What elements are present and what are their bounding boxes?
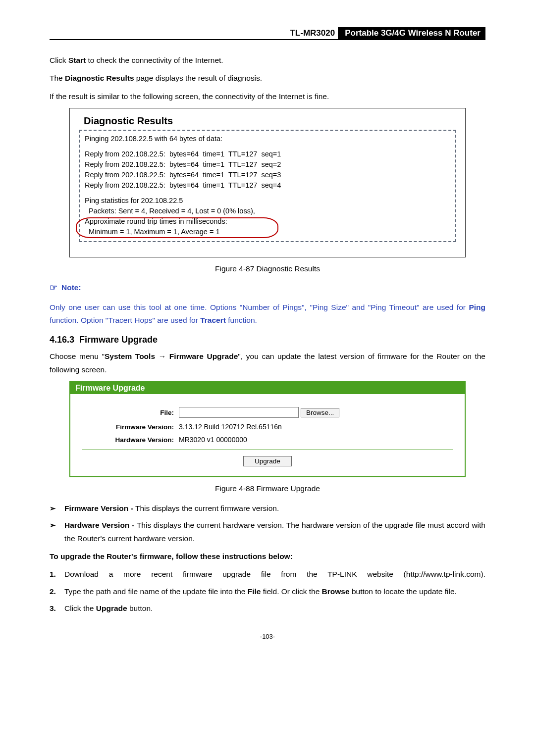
text: to check the connectivity of the Interne… (86, 56, 223, 64)
text: Click the (64, 604, 96, 612)
text-bold: Start (68, 56, 86, 64)
firmware-version-label: Firmware Version: (82, 423, 179, 431)
hardware-version-value: MR3020 v1 00000000 (179, 436, 247, 444)
note-heading: ☞ Note: (50, 282, 485, 293)
step-number: 3. (50, 602, 64, 615)
note-label: Note: (61, 283, 81, 292)
intro-p3: If the result is similar to the followin… (50, 90, 485, 103)
intro-p2: The Diagnostic Results page displays the… (50, 72, 485, 85)
text-bold: Tracert (200, 316, 226, 324)
firmware-upgrade-panel: Firmware Upgrade File: Browse... Firmwar… (69, 381, 466, 477)
ping-line: Reply from 202.108.22.5: bytes=64 time=1… (85, 170, 450, 180)
text: Click (50, 56, 68, 64)
diagnostic-title: Diagnostic Results (84, 115, 456, 127)
text: field. Or click the (261, 587, 321, 596)
text: button. (127, 604, 153, 612)
firmware-intro: Choose menu "System Tools → Firmware Upg… (50, 350, 485, 376)
text-bold: Hardware Version - (64, 521, 137, 529)
panel-title: Firmware Upgrade (70, 382, 465, 394)
figure-caption-88: Figure 4-88 Firmware Upgrade (50, 484, 485, 493)
browse-button[interactable]: Browse... (301, 408, 339, 417)
text-bold: Diagnostic Results (65, 74, 134, 82)
pointing-hand-icon: ☞ (50, 282, 57, 293)
file-label: File: (82, 409, 179, 416)
list-item: Download a more recent firmware upgrade … (64, 568, 485, 581)
definition-list: ➢ Firmware Version - This displays the c… (50, 502, 485, 545)
ping-line: Ping statistics for 202.108.22.5 (85, 196, 450, 206)
ping-line: Reply from 202.108.22.5: bytes=64 time=1… (85, 159, 450, 170)
text: Choose menu " (50, 352, 105, 360)
step-number: 1. (50, 568, 64, 581)
ping-line: Pinging 202.108.22.5 with 64 bytes of da… (85, 134, 450, 144)
ordered-steps: 1. Download a more recent firmware upgra… (50, 568, 485, 615)
file-input[interactable] (179, 407, 299, 418)
list-item: Firmware Version - This displays the cur… (64, 502, 485, 515)
section-heading: 4.16.3 Firmware Upgrade (50, 335, 485, 345)
panel-divider (82, 450, 453, 450)
list-item: Type the path and file name of the updat… (64, 585, 485, 598)
header-product: Portable 3G/4G Wireless N Router (338, 27, 485, 39)
arrow-icon: → (155, 352, 169, 360)
text: Only one user can use this tool at one t… (50, 303, 469, 311)
bullet-icon: ➢ (50, 502, 64, 515)
text-bold: Browse (322, 587, 350, 596)
section-title: Firmware Upgrade (79, 335, 158, 345)
list-item: Hardware Version - This displays the cur… (64, 519, 485, 545)
page-header: TL-MR3020 Portable 3G/4G Wireless N Rout… (50, 27, 485, 40)
diagnostic-results-figure: Diagnostic Results Pinging 202.108.22.5 … (69, 108, 466, 257)
ping-line: Reply from 202.108.22.5: bytes=64 time=1… (85, 180, 450, 191)
text-bold: To upgrade the Router's firmware, follow… (50, 552, 293, 560)
text-bold: File (248, 587, 261, 596)
ping-line: Packets: Sent = 4, Received = 4, Lost = … (85, 206, 450, 216)
text: The (50, 74, 65, 82)
text: function. Option "Tracert Hops" are used… (50, 316, 200, 324)
intro-p1: Click Start to check the connectivity of… (50, 54, 485, 67)
text-bold: Firmware Version - (64, 504, 135, 512)
upgrade-button[interactable]: Upgrade (243, 456, 292, 466)
text-bold: Upgrade (96, 604, 127, 612)
text: page displays the result of diagnosis. (134, 74, 263, 82)
note-body: Only one user can use this tool at one t… (50, 301, 485, 327)
text: button to locate the update file. (350, 587, 457, 596)
text: This displays the current firmware versi… (135, 504, 279, 512)
section-number: 4.16.3 (50, 335, 74, 345)
header-model: TL-MR3020 (287, 27, 338, 39)
text-bold: System Tools (105, 352, 155, 360)
figure-caption-87: Figure 4-87 Diagnostic Results (50, 264, 485, 273)
text: Type the path and file name of the updat… (64, 587, 248, 596)
ping-line: Minimum = 1, Maximum = 1, Average = 1 (85, 227, 450, 237)
bullet-icon: ➢ (50, 519, 64, 545)
ping-line: Approximate round trip times in millisec… (85, 216, 450, 227)
upgrade-instructions-heading: To upgrade the Router's firmware, follow… (50, 550, 485, 563)
text-bold: Ping (469, 303, 485, 311)
step-number: 2. (50, 585, 64, 598)
page-number: -103- (50, 633, 485, 640)
text: function. (226, 316, 257, 324)
firmware-version-value: 3.13.12 Build 120712 Rel.65116n (179, 423, 282, 431)
hardware-version-label: Hardware Version: (82, 436, 179, 444)
text-bold: Firmware Upgrade (169, 352, 238, 360)
diagnostic-output-box: Pinging 202.108.22.5 with 64 bytes of da… (79, 130, 456, 242)
ping-line: Reply from 202.108.22.5: bytes=64 time=1… (85, 149, 450, 159)
list-item: Click the Upgrade button. (64, 602, 485, 615)
